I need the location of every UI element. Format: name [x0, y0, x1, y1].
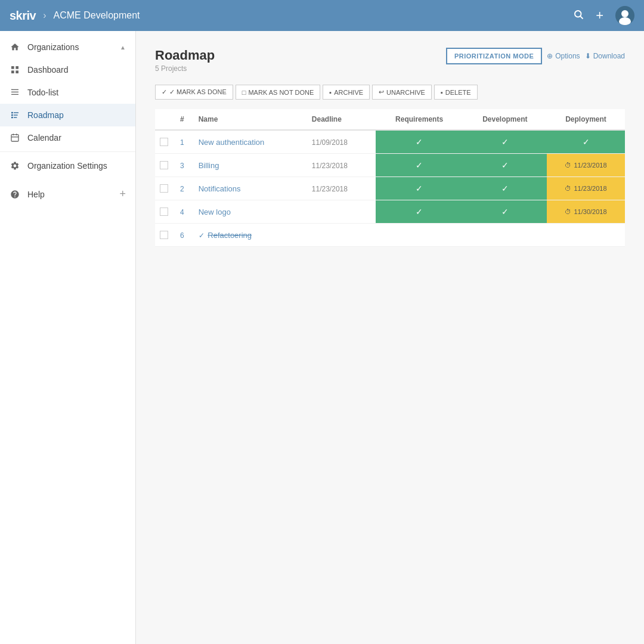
svg-point-3	[619, 17, 631, 25]
table-row: 6 ✓ Refactoering	[155, 224, 625, 247]
app-container: skriv › ACME Development +	[0, 0, 644, 644]
row-name-link[interactable]: New logo	[199, 208, 231, 216]
deployment-status	[547, 224, 625, 246]
requirements-status	[376, 224, 463, 246]
row-deadline-cell: 11/23/2018	[305, 177, 376, 200]
table-row: 1 New authentication 11/09/2018 ✓ ✓ ✓	[155, 130, 625, 154]
table-header-row: # Name Deadline Requirements Development…	[155, 109, 625, 130]
svg-point-0	[575, 11, 581, 17]
row-deadline: 11/23/2018	[312, 185, 348, 193]
archive-button[interactable]: ▪ ARCHIVE	[323, 85, 370, 100]
row-checkbox[interactable]	[160, 208, 168, 216]
add-icon[interactable]: +	[596, 8, 603, 23]
row-checkbox[interactable]	[160, 161, 168, 169]
list-icon	[10, 87, 20, 98]
sidebar-item-roadmap[interactable]: Roadmap	[0, 104, 135, 126]
row-name-link[interactable]: Refactoering	[208, 231, 252, 240]
sidebar-item-org-settings[interactable]: Organization Settings	[0, 154, 135, 177]
mark-not-done-label: MARK AS NOT DONE	[248, 89, 314, 96]
svg-rect-16	[14, 114, 18, 115]
help-icon	[10, 189, 20, 200]
row-num-cell: 6	[173, 224, 191, 247]
row-deadline-cell	[305, 200, 376, 224]
sidebar-item-calendar[interactable]: Calendar	[0, 126, 135, 149]
archive-label: ARCHIVE	[334, 89, 363, 96]
delete-button[interactable]: ▪ DELETE	[434, 85, 478, 100]
help-plus-icon[interactable]: +	[119, 188, 126, 200]
sidebar-label-dashboard: Dashboard	[27, 65, 126, 75]
table-row: 4 New logo ✓ ✓ ⏱ 11/30/2018	[155, 200, 625, 224]
svg-rect-14	[11, 117, 13, 119]
workspace-title: ACME Development	[54, 10, 140, 21]
unarchive-button[interactable]: ↩ UNARCHIVE	[372, 85, 432, 100]
sidebar-label-todo: Todo-list	[27, 88, 126, 97]
row-number: 6	[180, 231, 184, 240]
requirements-status: ✓	[376, 131, 463, 153]
row-checkbox[interactable]	[160, 231, 168, 239]
avatar[interactable]	[615, 6, 634, 25]
search-icon[interactable]	[573, 9, 584, 23]
svg-rect-9	[11, 92, 18, 92]
row-requirements-cell: ✓	[376, 200, 463, 224]
row-num-cell: 1	[173, 130, 191, 154]
mark-done-button[interactable]: ✓ ✓ MARK AS DONE	[155, 85, 233, 100]
col-deadline: Deadline	[305, 109, 376, 130]
row-name-cell: New authentication	[191, 130, 305, 154]
row-requirements-cell: ✓	[376, 130, 463, 154]
home-icon	[10, 42, 20, 52]
square-icon: □	[242, 89, 246, 96]
toolbar: ✓ ✓ MARK AS DONE □ MARK AS NOT DONE ▪ AR…	[155, 85, 625, 100]
sidebar-label-calendar: Calendar	[27, 133, 126, 143]
options-button[interactable]: ⊕ Options	[547, 52, 580, 60]
row-checkbox-cell	[155, 200, 173, 224]
row-name-link[interactable]: New authentication	[199, 138, 265, 147]
development-status	[463, 224, 547, 246]
prioritization-mode-button[interactable]: PRIORITIZATION MODE	[446, 48, 542, 64]
mark-not-done-button[interactable]: □ MARK AS NOT DONE	[236, 85, 320, 100]
delete-icon: ▪	[441, 89, 443, 96]
download-button[interactable]: ⬇ Download	[585, 52, 625, 60]
page-subtitle: 5 Projects	[155, 64, 215, 73]
col-num: #	[173, 109, 191, 130]
page-header: Roadmap 5 Projects	[155, 48, 215, 73]
row-number: 4	[180, 208, 184, 216]
sidebar-item-help[interactable]: Help +	[0, 182, 135, 206]
check-icon: ✓	[162, 88, 167, 96]
row-deadline: 11/09/2018	[312, 138, 348, 147]
row-num-cell: 3	[173, 154, 191, 177]
col-name: Name	[191, 109, 305, 130]
deployment-status: ✓	[547, 131, 625, 153]
row-deadline-cell	[305, 224, 376, 247]
settings-icon	[10, 160, 20, 171]
row-deadline-cell: 11/09/2018	[305, 130, 376, 154]
deployment-status: ⏱ 11/23/2018	[547, 177, 625, 200]
help-label: Help	[27, 190, 112, 199]
row-num-cell: 4	[173, 200, 191, 224]
sidebar-item-organizations[interactable]: Organizations ▲	[0, 36, 135, 58]
deployment-status: ⏱ 11/23/2018	[547, 154, 625, 177]
navbar-right: +	[573, 6, 634, 25]
requirements-status: ✓	[376, 177, 463, 200]
row-name-link[interactable]: Billing	[199, 161, 219, 170]
sidebar-label-org-settings: Organization Settings	[27, 161, 126, 171]
done-check-icon: ✓	[199, 231, 205, 240]
options-icon: ⊕	[547, 52, 553, 60]
row-name-link[interactable]: Notifications	[199, 184, 241, 193]
calendar-icon	[10, 132, 20, 143]
brand-logo: skriv	[10, 9, 36, 23]
roadmap-table: # Name Deadline Requirements Development…	[155, 109, 625, 247]
svg-rect-15	[14, 112, 18, 113]
navbar: skriv › ACME Development +	[0, 0, 644, 31]
header-actions: PRIORITIZATION MODE ⊕ Options ⬇ Download	[446, 48, 625, 64]
row-name-cell: Notifications	[191, 177, 305, 200]
sidebar-item-dashboard[interactable]: Dashboard	[0, 58, 135, 81]
svg-rect-5	[16, 66, 18, 69]
col-development: Development	[463, 109, 547, 130]
row-checkbox[interactable]	[160, 138, 168, 146]
roadmap-icon	[10, 110, 20, 120]
row-checkbox[interactable]	[160, 184, 168, 193]
svg-rect-6	[11, 70, 14, 73]
table-body: 1 New authentication 11/09/2018 ✓ ✓ ✓ 3 …	[155, 130, 625, 247]
table-row: 2 Notifications 11/23/2018 ✓ ✓ ⏱ 11/23/2…	[155, 177, 625, 200]
sidebar-item-todo-list[interactable]: Todo-list	[0, 81, 135, 104]
